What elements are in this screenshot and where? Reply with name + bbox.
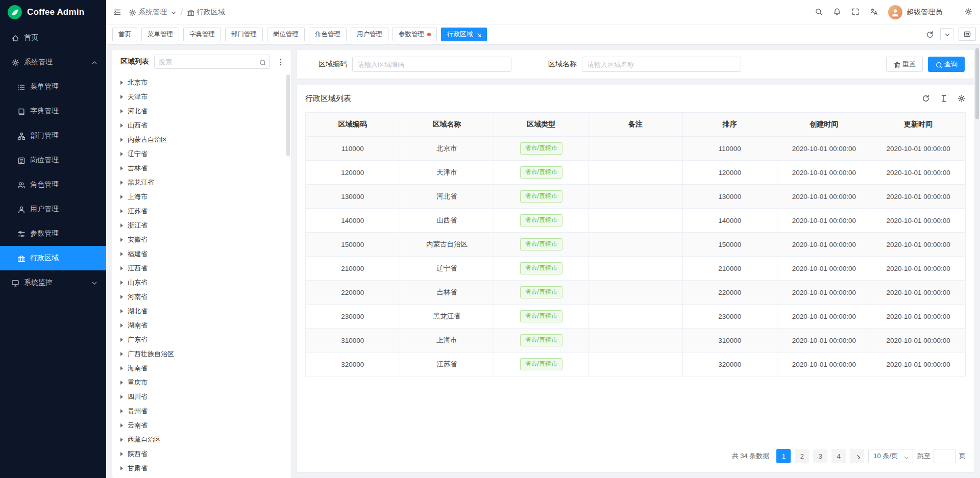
- search-icon[interactable]: [815, 8, 823, 16]
- caret-right-icon[interactable]: [120, 138, 123, 142]
- caret-right-icon[interactable]: [120, 352, 123, 356]
- sidebar-item-menu-management[interactable]: 菜单管理: [0, 74, 106, 99]
- caret-right-icon[interactable]: [120, 266, 123, 270]
- caret-right-icon[interactable]: [120, 238, 123, 242]
- query-button[interactable]: 查询: [928, 57, 965, 72]
- tree-item[interactable]: 北京市: [112, 76, 291, 90]
- tree-item[interactable]: 上海市: [112, 190, 291, 204]
- tree-item[interactable]: 浙江省: [112, 218, 291, 233]
- tree-item[interactable]: 黑龙江省: [112, 175, 291, 190]
- translate-icon[interactable]: [870, 8, 878, 16]
- tab[interactable]: 字典管理: [183, 28, 221, 41]
- caret-right-icon[interactable]: [120, 395, 123, 399]
- tree-item[interactable]: 江苏省: [112, 204, 291, 218]
- table-row[interactable]: 310000 上海市 省市/直辖市 310000 2020-10-01 00:0…: [306, 329, 966, 353]
- caret-right-icon[interactable]: [120, 95, 123, 99]
- caret-right-icon[interactable]: [120, 181, 123, 185]
- tree-item[interactable]: 湖南省: [112, 318, 291, 333]
- tab[interactable]: 部门管理: [225, 28, 263, 41]
- table-row[interactable]: 230000 黑龙江省 省市/直辖市 230000 2020-10-01 00:…: [306, 305, 966, 329]
- tree-item[interactable]: 云南省: [112, 418, 291, 433]
- tree-item[interactable]: 河南省: [112, 290, 291, 304]
- tab[interactable]: 参数管理: [393, 28, 437, 41]
- table-row[interactable]: 220000 吉林省 省市/直辖市 220000 2020-10-01 00:0…: [306, 281, 966, 305]
- tab[interactable]: 角色管理: [309, 28, 347, 41]
- caret-right-icon[interactable]: [120, 81, 123, 85]
- region-search-input[interactable]: [159, 58, 256, 66]
- breadcrumb-current[interactable]: 行政区域: [187, 8, 225, 17]
- user-menu[interactable]: 超级管理员: [888, 5, 942, 19]
- column-settings-gear-icon[interactable]: [958, 94, 966, 103]
- tree-item[interactable]: 天津市: [112, 90, 291, 104]
- tab-close-icon[interactable]: [476, 32, 481, 37]
- caret-right-icon[interactable]: [120, 252, 123, 256]
- sidebar-item-dict-management[interactable]: 字典管理: [0, 99, 106, 123]
- tree-item[interactable]: 广西壮族自治区: [112, 347, 291, 361]
- tree-item[interactable]: 湖北省: [112, 304, 291, 318]
- tree-scrollbar-thumb[interactable]: [286, 74, 290, 156]
- sidebar-item-admin-region[interactable]: 行政区域: [0, 246, 106, 270]
- reset-button[interactable]: 重置: [886, 57, 923, 72]
- tree-item[interactable]: 吉林省: [112, 161, 291, 175]
- caret-right-icon[interactable]: [120, 109, 123, 113]
- table-row[interactable]: 110000 北京市 省市/直辖市 110000 2020-10-01 00:0…: [306, 137, 966, 161]
- tab[interactable]: 用户管理: [351, 28, 388, 41]
- tree-item[interactable]: 海南省: [112, 361, 291, 375]
- region-name-input[interactable]: [582, 57, 741, 72]
- caret-right-icon[interactable]: [120, 195, 123, 199]
- region-code-input[interactable]: [352, 57, 511, 72]
- tree-item[interactable]: 福建省: [112, 247, 291, 261]
- caret-right-icon[interactable]: [120, 223, 123, 228]
- table-row[interactable]: 130000 河北省 省市/直辖市 130000 2020-10-01 00:0…: [306, 185, 966, 209]
- table-row[interactable]: 210000 辽宁省 省市/直辖市 210000 2020-10-01 00:0…: [306, 257, 966, 281]
- table-row[interactable]: 150000 内蒙古自治区 省市/直辖市 150000 2020-10-01 0…: [306, 233, 966, 257]
- refresh-icon[interactable]: [922, 94, 930, 103]
- content-fullscreen-button[interactable]: [959, 28, 976, 41]
- sidebar-item-post-management[interactable]: 岗位管理: [0, 148, 106, 172]
- breadcrumb-section[interactable]: 系统管理: [129, 8, 177, 17]
- tree-item[interactable]: 山东省: [112, 275, 291, 290]
- caret-right-icon[interactable]: [120, 438, 123, 442]
- caret-right-icon[interactable]: [120, 409, 123, 413]
- sidebar-item-dept-management[interactable]: 部门管理: [0, 123, 106, 148]
- fullscreen-icon[interactable]: [851, 8, 860, 16]
- caret-right-icon[interactable]: [120, 309, 123, 313]
- tree-item[interactable]: 陕西省: [112, 447, 291, 461]
- page-size-select[interactable]: 10 条/页: [868, 449, 913, 463]
- collapse-sidebar-button[interactable]: [113, 8, 121, 16]
- page-button[interactable]: 3: [813, 449, 827, 463]
- tree-item[interactable]: 四川省: [112, 390, 291, 404]
- tree-item[interactable]: 河北省: [112, 104, 291, 118]
- tree-item[interactable]: 辽宁省: [112, 147, 291, 161]
- jump-page-input[interactable]: [934, 449, 956, 463]
- tree-item[interactable]: 广东省: [112, 333, 291, 347]
- app-logo[interactable]: Coffee Admin: [0, 0, 106, 24]
- density-icon[interactable]: [940, 94, 948, 103]
- table-row[interactable]: 140000 山西省 省市/直辖市 140000 2020-10-01 00:0…: [306, 209, 966, 233]
- caret-right-icon[interactable]: [120, 323, 123, 328]
- sidebar-item-user-management[interactable]: 用户管理: [0, 197, 106, 221]
- tree-item[interactable]: 内蒙古自治区: [112, 133, 291, 147]
- tab[interactable]: 岗位管理: [267, 28, 305, 41]
- page-button[interactable]: 1: [776, 449, 791, 463]
- sidebar-item-role-management[interactable]: 角色管理: [0, 172, 106, 197]
- caret-right-icon[interactable]: [120, 466, 123, 470]
- tree-item[interactable]: 贵州省: [112, 404, 291, 418]
- page-button[interactable]: 4: [831, 449, 846, 463]
- caret-right-icon[interactable]: [120, 123, 123, 128]
- sidebar-item-param-management[interactable]: 参数管理: [0, 221, 106, 246]
- refresh-icon[interactable]: [926, 31, 934, 38]
- tree-item[interactable]: 重庆市: [112, 375, 291, 390]
- caret-right-icon[interactable]: [120, 281, 123, 285]
- caret-right-icon[interactable]: [120, 166, 123, 170]
- next-page-button[interactable]: [850, 449, 864, 463]
- table-row[interactable]: 120000 天津市 省市/直辖市 120000 2020-10-01 00:0…: [306, 161, 966, 185]
- caret-right-icon[interactable]: [120, 452, 123, 456]
- tree-item[interactable]: 西藏自治区: [112, 433, 291, 447]
- sidebar-item-home[interactable]: 首页: [0, 26, 106, 50]
- settings-gear-icon[interactable]: [964, 8, 973, 16]
- sidebar-item-system-management[interactable]: 系统管理: [0, 50, 106, 74]
- table-row[interactable]: 320000 江苏省 省市/直辖市 320000 2020-10-01 00:0…: [306, 353, 966, 376]
- bell-icon[interactable]: [833, 8, 842, 16]
- caret-right-icon[interactable]: [120, 338, 123, 342]
